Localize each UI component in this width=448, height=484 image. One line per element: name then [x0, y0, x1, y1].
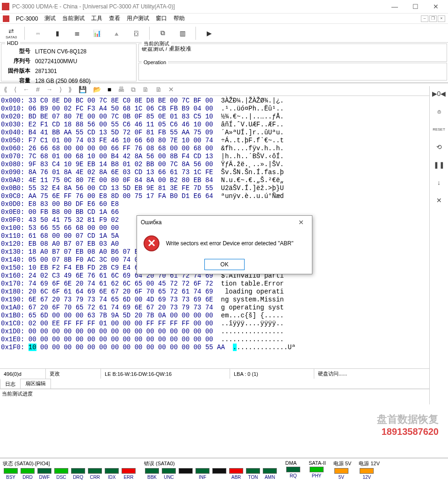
nav-hash-icon[interactable]: #	[36, 86, 40, 93]
led-5V: 5V	[333, 468, 349, 480]
error-dialog: Ошибка ✕ ✕ Write sectors ext error Devic…	[137, 215, 312, 274]
dialog-close-icon[interactable]: ✕	[294, 219, 308, 226]
watermark: 盘首数据恢复 18913587620	[377, 412, 439, 437]
led-DSC: DSC	[53, 468, 69, 480]
led-ERR: ERR	[121, 468, 137, 480]
status-group: 状态 (SATA0)-[PIO4]BSYDRDDWFDSCDRQCRRIDXER…	[3, 460, 137, 480]
dialog-message: Write sectors ext error Device error det…	[166, 240, 293, 247]
hdd-panel: HDD 型号LITEON CV6-8Q128 序列号002724100MWU 固…	[1, 44, 137, 81]
le-cell: LE B:16-W:16-DW:16-QW:16	[101, 369, 230, 379]
error-icon: ✕	[144, 235, 159, 251]
mdi-close[interactable]: ×	[438, 15, 445, 22]
led-IDX: IDX	[104, 468, 120, 480]
nav-left-icon[interactable]: ←	[23, 86, 29, 93]
sidebar-tools-icon[interactable]: ✕	[433, 195, 445, 206]
lba-cell: LBA : 0 (1)	[230, 369, 314, 379]
led-AMN: AMN	[262, 468, 278, 480]
led-UNC: UNC	[161, 468, 177, 480]
app-icon	[2, 3, 9, 10]
menu-window[interactable]: 窗口	[156, 15, 167, 22]
main-toolbar: ⇄SATA0 ⎓ ▮ ≣ 📊 ⟁ ⌼ ⧉ ▥ ▶	[0, 24, 448, 43]
led-12V: 12V	[359, 468, 375, 480]
hdd-fw: 2871301	[33, 66, 93, 75]
progress-label: 当前测试进度	[0, 389, 448, 398]
right-sidebar: ▶0◀ ⌾ RESET ⟲ ❚❚ ↓ ✕	[429, 86, 448, 404]
tab-sector[interactable]: 扇区编辑	[20, 379, 51, 389]
gear-icon[interactable]: ✕	[168, 86, 174, 93]
stop-icon[interactable]: ■	[108, 86, 111, 93]
minimize-button[interactable]: —	[384, 0, 405, 13]
pwr5-group: 电源 5V5V	[333, 460, 352, 480]
menu-current-test[interactable]: 当前测试	[62, 15, 85, 22]
current-test-text: 硬盘测试 / 重新校准	[142, 45, 444, 53]
sata2-group: SATA-IIPHY	[309, 460, 326, 478]
doc2-icon[interactable]: 🗎	[155, 86, 162, 93]
toolbar-btn-3[interactable]: ≣	[69, 25, 86, 41]
offset-cell: 496(0)d	[0, 369, 46, 379]
hdd-capacity: 128 GB (250 069 680)	[33, 76, 93, 85]
nav-right-icon[interactable]: →	[46, 86, 53, 93]
sidebar-chip-icon[interactable]: ⌾	[433, 106, 445, 117]
toolbar-btn-2[interactable]: ▮	[49, 25, 66, 41]
menu-help[interactable]: 帮助	[173, 15, 185, 22]
print-icon[interactable]: 🖶	[118, 86, 124, 93]
menu-user-test[interactable]: 用户测试	[127, 15, 149, 22]
menubar: PC-3000 测试 当前测试 工具 查看 用户测试 窗口 帮助 – ❐ ×	[0, 14, 448, 24]
led-DRD: DRD	[20, 468, 36, 480]
error-group: 错误 (SATA0)BBKUNCINFABRTONAMN	[144, 460, 278, 480]
tab-log[interactable]: 日志	[0, 379, 21, 389]
nav-first-icon[interactable]: ⟪	[4, 86, 7, 93]
led-ABR: ABR	[228, 468, 244, 480]
hdd-group-label: HDD	[5, 40, 20, 46]
pwr12-group: 电源 12V12V	[359, 460, 380, 480]
sata-button[interactable]: ⇄SATA0	[3, 25, 20, 41]
dma-group: DMARQ	[285, 460, 301, 478]
led-DWF: DWF	[36, 468, 52, 480]
bottom-status-bar: 状态 (SATA0)-[PIO4]BSYDRDDWFDSCDRQCRRIDXER…	[0, 458, 448, 484]
open-icon[interactable]: 📂	[93, 86, 101, 93]
close-button[interactable]: ✕	[426, 0, 446, 13]
sidebar-calibrate-icon[interactable]: ⟲	[433, 141, 445, 153]
nav-last-icon[interactable]: ⟫	[68, 86, 72, 93]
toolbar-btn-1[interactable]: ⎓	[29, 25, 46, 41]
current-test-panel: 当前的测试 硬盘测试 / 重新校准	[138, 44, 447, 62]
nav-next-icon[interactable]: ⟩	[59, 86, 62, 93]
toolbar-btn-7[interactable]: ⧉	[154, 25, 171, 41]
save-icon[interactable]: 💾	[79, 86, 87, 93]
sidebar-power-icon[interactable]: ▶0◀	[433, 88, 445, 99]
led-blank	[178, 468, 194, 480]
access-cell: 硬盘访问......	[314, 369, 448, 379]
hex-status-row: 496(0)d 更改 LE B:16-W:16-DW:16-QW:16 LBA …	[0, 368, 448, 379]
mdi-min[interactable]: –	[421, 15, 428, 22]
led-blank	[211, 468, 227, 480]
copy-icon[interactable]: ⧉	[131, 86, 136, 94]
sidebar-down-icon[interactable]: ↓	[433, 177, 445, 188]
led-BSY: BSY	[3, 468, 19, 480]
titlebar: PC-3000 UDMA-E - China - [Universal PC-3…	[0, 0, 448, 14]
menu-test[interactable]: 测试	[44, 15, 56, 22]
sidebar-reset-icon[interactable]: RESET	[433, 124, 445, 135]
mdi-restore[interactable]: ❐	[429, 15, 437, 22]
window-title: PC-3000 UDMA-E - China - [Universal PC-3…	[12, 3, 384, 10]
toolbar-btn-6[interactable]: ⌼	[128, 25, 145, 41]
doc-icon[interactable]: 🗎	[142, 86, 149, 93]
menu-tools[interactable]: 工具	[91, 15, 102, 22]
ok-button[interactable]: OK	[204, 259, 245, 270]
menu-view[interactable]: 查看	[109, 15, 120, 22]
hdd-serial: 002724100MWU	[33, 57, 93, 66]
led-INF: INF	[195, 468, 210, 480]
led-CRR: CRR	[87, 468, 103, 480]
maximize-button[interactable]: ☐	[405, 0, 426, 13]
dialog-title: Ошибка	[141, 219, 162, 226]
hdd-model: LITEON CV6-8Q128	[33, 47, 93, 56]
toolbar-btn-8[interactable]: ▥	[174, 25, 191, 41]
menu-app[interactable]: PC-3000	[16, 15, 38, 22]
toolbar-btn-5[interactable]: ⟁	[108, 25, 125, 41]
sidebar-pause-icon[interactable]: ❚❚	[433, 159, 445, 170]
led-RQ: RQ	[285, 467, 301, 478]
toolbar-btn-4[interactable]: 📊	[88, 25, 105, 41]
changed-cell: 更改	[46, 369, 101, 379]
led-DRQ: DRQ	[70, 468, 86, 480]
toolbar-play[interactable]: ▶	[201, 25, 217, 41]
nav-prev-icon[interactable]: ⟨	[14, 86, 16, 93]
